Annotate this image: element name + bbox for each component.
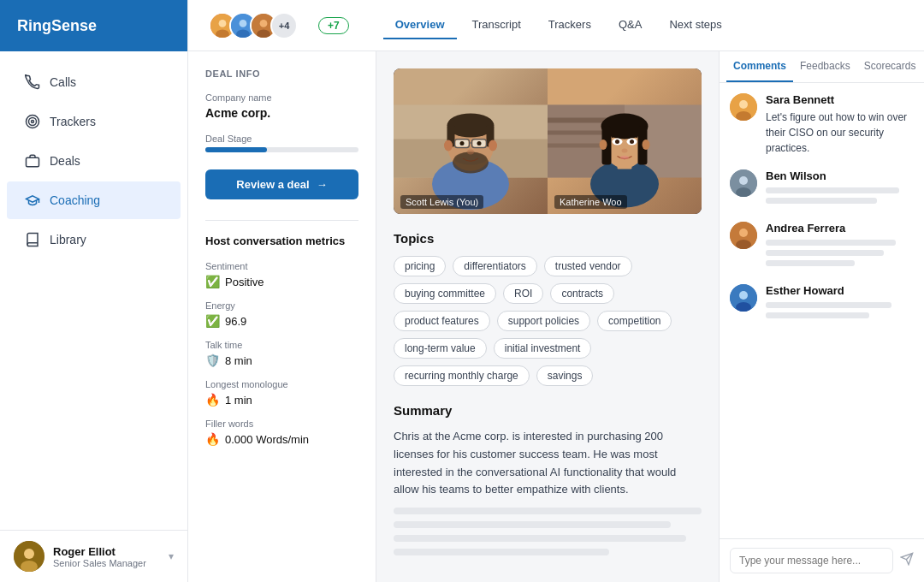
user-name: Roger Elliot [53,545,160,558]
topic-support-policies[interactable]: support policies [497,311,590,331]
metric-sentiment-label: Sentiment [205,261,358,271]
tab-scorecards[interactable]: Scorecards [857,51,923,82]
tab-trackers[interactable]: Trackers [536,11,603,39]
svg-point-33 [460,141,465,146]
arrow-right-icon: → [317,178,328,191]
svg-point-5 [24,549,34,559]
topic-longterm[interactable]: long-term value [394,338,487,359]
chevron-down-icon[interactable]: ▾ [169,550,174,562]
checkmark-icon: ✅ [205,275,220,288]
video-person1-label: Scott Lewis (You) [400,195,483,209]
avatar-sara [730,93,757,121]
svg-point-53 [622,149,628,153]
comment-esther-body: Esther Howard [766,284,914,323]
summary-line-4 [394,549,609,555]
topics-section: Topics pricing differentiators trusted v… [394,231,702,386]
center-panel: Scott Lewis (You) [376,51,719,582]
tab-qa[interactable]: Q&A [607,11,654,39]
tab-nextsteps[interactable]: Next steps [657,11,733,39]
sidebar-calls-label: Calls [50,75,76,89]
metric-energy-value: ✅ 96.9 [205,314,358,328]
avatar [14,541,44,572]
metric-monologue-label: Longest monologue [205,379,358,389]
sidebar-item-trackers[interactable]: Trackers [7,103,181,140]
summary-line-2 [394,521,671,528]
sentiment-value: Positive [225,276,264,288]
metric-monologue-value: 🔥 1 min [205,393,358,407]
review-btn-label: Review a deal [236,178,309,191]
divider [205,220,358,221]
topic-pricing[interactable]: pricing [394,256,446,276]
line [766,198,877,204]
user-profile[interactable]: Roger Elliot Senior Sales Manager ▾ [0,530,187,582]
comment-esther-name: Esther Howard [766,284,914,297]
topic-product-features[interactable]: product features [394,311,490,331]
avatar-ben [730,169,757,197]
talktime-value: 8 min [225,354,252,367]
summary-title: Summary [394,403,702,418]
metric-talktime-value: 🛡️ 8 min [205,353,358,367]
summary-line-3 [394,535,686,542]
topic-differentiators[interactable]: differentiators [453,256,537,276]
comment-andrea-body: Andrea Ferrera [766,222,914,270]
metric-energy: Energy ✅ 96.9 [205,300,358,328]
sidebar-item-library[interactable]: Library [7,221,181,258]
score-badge: +7 [318,17,349,34]
metric-sentiment: Sentiment ✅ Positive [205,261,358,288]
topic-roi[interactable]: ROI [503,283,543,304]
deal-stage-bar [205,147,358,152]
tab-transcript[interactable]: Transcript [460,11,533,39]
svg-point-2 [32,121,34,123]
tab-comments[interactable]: Comments [726,51,793,82]
avatar-andrea [730,222,757,249]
topic-trusted-vendor[interactable]: trusted vendor [544,256,632,276]
topic-savings[interactable]: savings [536,365,594,386]
svg-point-1 [29,118,37,126]
filler-value: 0.000 Words/min [225,433,309,446]
topics-title: Topics [394,231,702,246]
sidebar-item-deals[interactable]: Deals [7,142,181,180]
comment-andrea-name: Andrea Ferrera [766,222,914,235]
comment-esther-lines [766,302,914,318]
top-bar: +4 +7 Overview Transcript Trackers Q&A N… [188,0,924,51]
tab-overview[interactable]: Overview [383,11,457,39]
topic-buying-committee[interactable]: buying committee [394,283,496,304]
content-area: DEAL INFO Company name Acme corp. Deal S… [188,51,924,582]
svg-point-35 [467,150,474,155]
summary-lines [394,508,702,555]
line [766,250,884,256]
company-name-value: Acme corp. [205,106,358,120]
line [766,302,891,308]
svg-point-56 [739,100,748,109]
topic-initial-investment[interactable]: initial investment [494,338,592,359]
comment-ben: Ben Wilson [730,169,914,208]
summary-line-1 [394,508,702,514]
shield-icon: 🛡️ [205,353,220,367]
svg-point-52 [630,140,634,144]
sidebar-item-calls[interactable]: Calls [7,63,181,101]
summary-section: Summary Chris at the Acme corp. is inter… [394,403,702,555]
send-button[interactable] [900,552,914,569]
fire-filler-icon: 🔥 [205,432,220,446]
briefcase-icon [24,152,41,169]
right-panel: Comments Feedbacks Scorecards Highlights… [719,51,924,582]
metric-talktime-label: Talk time [205,340,358,350]
tab-feedbacks[interactable]: Feedbacks [793,51,857,82]
topics-grid: pricing differentiators trusted vendor b… [394,256,702,386]
review-deal-button[interactable]: Review a deal → [205,169,358,199]
comment-esther: Esther Howard [730,284,914,323]
comment-sara: Sara Bennett Let's figure out how to win… [730,93,914,156]
topic-recurring[interactable]: recurring monthly charge [394,365,530,386]
video-person2: Katherine Woo [548,68,702,214]
svg-point-65 [739,291,748,300]
video-person2-label: Katherine Woo [554,195,627,209]
sidebar: RingSense Calls Trackers Deals [0,0,188,582]
metric-monologue: Longest monologue 🔥 1 min [205,379,358,407]
topic-competition[interactable]: competition [597,311,672,331]
topic-contracts[interactable]: contracts [550,283,614,304]
metric-sentiment-value: ✅ Positive [205,275,358,288]
sidebar-item-coaching[interactable]: Coaching [7,181,181,219]
comment-sara-name: Sara Bennett [766,93,914,106]
deal-info-panel: DEAL INFO Company name Acme corp. Deal S… [188,51,376,582]
message-input[interactable] [730,548,893,573]
